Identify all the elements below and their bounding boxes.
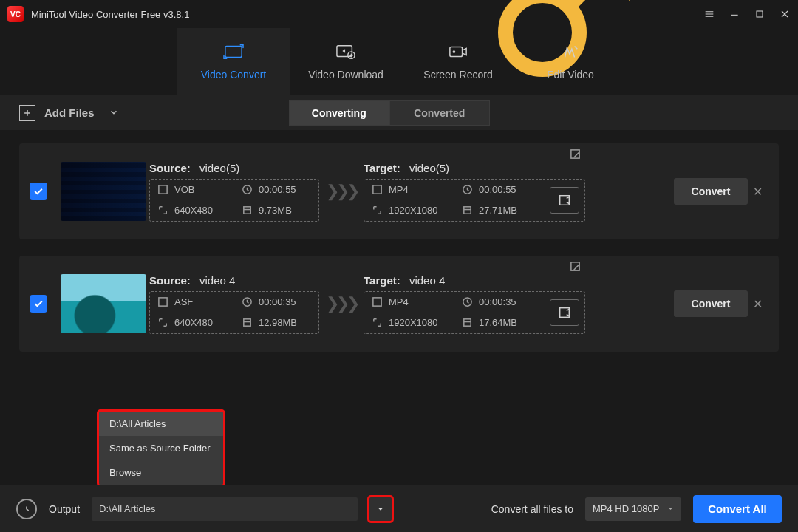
output-menu-item-recent[interactable]: D:\All Articles bbox=[99, 412, 223, 436]
target-info-box: MP4 00:00:55 1920X1080 27.71MB bbox=[364, 179, 585, 222]
chevron-down-icon bbox=[667, 503, 674, 514]
svg-rect-9 bbox=[244, 207, 250, 214]
target-duration: 00:00:35 bbox=[479, 296, 516, 307]
target-format: MP4 bbox=[389, 184, 409, 195]
download-icon bbox=[335, 42, 357, 61]
filesize-icon bbox=[242, 205, 253, 216]
svg-rect-18 bbox=[571, 262, 579, 270]
output-path-field[interactable]: D:\All Articles bbox=[92, 497, 358, 521]
add-files-label: Add Files bbox=[44, 106, 95, 119]
svg-rect-2 bbox=[225, 47, 242, 58]
record-icon bbox=[447, 42, 469, 61]
target-resolution: 1920X1080 bbox=[389, 205, 438, 216]
edit-target-icon[interactable] bbox=[570, 149, 581, 163]
task-list: Source: video(5) VOB 00:00:55 640X480 9.… bbox=[0, 130, 798, 365]
source-label: Source: video(5) bbox=[149, 162, 319, 174]
edit-video-icon bbox=[559, 42, 582, 61]
format-icon bbox=[157, 296, 168, 307]
arrow-icon: ❯❯❯ bbox=[319, 182, 364, 201]
svg-rect-1 bbox=[757, 11, 763, 17]
svg-point-6 bbox=[453, 50, 456, 53]
minimize-icon[interactable] bbox=[729, 8, 740, 20]
task-row: Source: video(5) VOB 00:00:55 640X480 9.… bbox=[19, 143, 779, 239]
target-label: Target: video 4 bbox=[364, 274, 585, 287]
svg-rect-17 bbox=[244, 319, 250, 326]
output-label: Output bbox=[49, 503, 80, 515]
convert-all-button[interactable]: Convert All bbox=[693, 495, 782, 523]
source-size: 9.73MB bbox=[259, 205, 292, 216]
tab-edit-video[interactable]: Edit Video bbox=[514, 28, 627, 95]
target-label: Target: video(5) bbox=[364, 162, 585, 174]
source-info-box: ASF 00:00:35 640X480 12.98MB bbox=[149, 291, 319, 334]
tab-label: Video Download bbox=[308, 69, 383, 81]
titlebar: VC MiniTool Video Converter Free v3.8.1 bbox=[0, 0, 798, 28]
maximize-icon[interactable] bbox=[754, 8, 765, 20]
tab-video-download[interactable]: Video Download bbox=[290, 28, 402, 95]
svg-rect-14 bbox=[464, 207, 471, 214]
output-menu-item-browse[interactable]: Browse bbox=[99, 460, 223, 485]
task-checkbox[interactable] bbox=[30, 183, 47, 200]
source-filename: video 4 bbox=[200, 274, 235, 287]
source-resolution: 640X480 bbox=[174, 205, 213, 216]
segment-converted[interactable]: Converted bbox=[389, 100, 490, 126]
clock-icon bbox=[462, 296, 473, 307]
format-icon bbox=[372, 296, 383, 307]
schedule-icon[interactable] bbox=[16, 499, 37, 519]
target-label-text: Target: bbox=[364, 162, 400, 174]
target-block: Target: video(5) MP4 00:00:55 1920X1080 … bbox=[364, 162, 585, 222]
svg-rect-13 bbox=[560, 195, 570, 205]
output-preset-dropdown[interactable]: MP4 HD 1080P bbox=[585, 497, 681, 521]
status-segment: Converting Converted bbox=[289, 100, 490, 126]
target-settings-button[interactable] bbox=[550, 299, 579, 326]
task-checkbox[interactable] bbox=[30, 295, 47, 313]
tab-label: Video Convert bbox=[201, 69, 266, 81]
filesize-icon bbox=[462, 205, 473, 216]
resolution-icon bbox=[372, 205, 383, 216]
output-preset-value: MP4 HD 1080P bbox=[593, 503, 659, 514]
close-icon[interactable] bbox=[779, 8, 791, 20]
video-thumbnail[interactable] bbox=[61, 162, 146, 221]
target-settings-button[interactable] bbox=[550, 187, 579, 214]
chevron-down-icon[interactable] bbox=[109, 106, 118, 119]
source-resolution: 640X480 bbox=[174, 317, 213, 328]
output-path-dropdown[interactable] bbox=[369, 497, 392, 521]
plus-icon: ＋ bbox=[19, 105, 35, 121]
source-duration: 00:00:55 bbox=[259, 184, 296, 195]
app-icon: VC bbox=[7, 6, 24, 22]
edit-target-icon[interactable] bbox=[570, 261, 581, 275]
convert-button[interactable]: Convert bbox=[674, 290, 748, 317]
tab-video-convert[interactable]: Video Convert bbox=[177, 28, 290, 95]
target-format: MP4 bbox=[389, 296, 409, 307]
target-size: 27.71MB bbox=[479, 205, 517, 216]
source-format: ASF bbox=[174, 296, 193, 307]
resolution-icon bbox=[157, 317, 168, 328]
tab-screen-record[interactable]: Screen Record bbox=[402, 28, 514, 95]
remove-task-icon[interactable]: ✕ bbox=[748, 185, 763, 199]
tab-label: Screen Record bbox=[423, 69, 492, 81]
svg-rect-21 bbox=[560, 307, 570, 317]
output-menu-item-same-as-source[interactable]: Same as Source Folder bbox=[99, 436, 223, 460]
source-label-text: Source: bbox=[149, 162, 191, 174]
svg-rect-7 bbox=[159, 185, 167, 194]
format-icon bbox=[372, 184, 383, 195]
add-files-button[interactable]: ＋ Add Files bbox=[19, 105, 118, 121]
source-size: 12.98MB bbox=[259, 317, 297, 328]
filesize-icon bbox=[242, 317, 253, 328]
target-filename: video(5) bbox=[409, 162, 449, 174]
arrow-icon: ❯❯❯ bbox=[319, 294, 364, 313]
source-duration: 00:00:35 bbox=[259, 296, 296, 307]
svg-rect-11 bbox=[373, 185, 381, 194]
resolution-icon bbox=[157, 205, 168, 216]
hamburger-menu-icon[interactable] bbox=[703, 8, 715, 20]
format-icon bbox=[157, 184, 168, 195]
target-info-box: MP4 00:00:35 1920X1080 17.64MB bbox=[364, 291, 585, 334]
segment-converting[interactable]: Converting bbox=[289, 100, 389, 126]
remove-task-icon[interactable]: ✕ bbox=[748, 297, 763, 311]
svg-rect-22 bbox=[464, 319, 471, 326]
target-block: Target: video 4 MP4 00:00:35 1920X1080 1… bbox=[364, 274, 585, 334]
convert-icon bbox=[222, 42, 245, 61]
source-label: Source: video 4 bbox=[149, 274, 319, 287]
source-label-text: Source: bbox=[149, 274, 191, 287]
convert-button[interactable]: Convert bbox=[674, 178, 748, 205]
video-thumbnail[interactable] bbox=[61, 274, 146, 333]
